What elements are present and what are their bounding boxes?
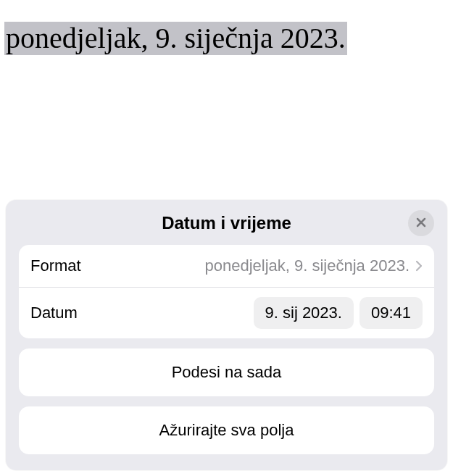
document-area: ponedjeljak, 9. siječnja 2023. xyxy=(0,0,453,77)
chevron-right-icon xyxy=(415,260,423,272)
date-picker-button[interactable]: 9. sij 2023. xyxy=(254,297,354,329)
set-now-button[interactable]: Podesi na sada xyxy=(19,348,434,396)
date-time-panel: Datum i vrijeme Format ponedjeljak, 9. s… xyxy=(6,200,447,470)
update-all-button[interactable]: Ažurirajte sva polja xyxy=(19,406,434,454)
date-label: Datum xyxy=(30,304,78,322)
format-label: Format xyxy=(30,256,81,275)
panel-header: Datum i vrijeme xyxy=(19,213,434,233)
panel-title: Datum i vrijeme xyxy=(162,213,291,233)
format-value: ponedjeljak, 9. siječnja 2023. xyxy=(91,256,410,275)
close-button[interactable] xyxy=(408,210,434,236)
format-row[interactable]: Format ponedjeljak, 9. siječnja 2023. xyxy=(19,245,434,287)
selected-date-text[interactable]: ponedjeljak, 9. siječnja 2023. xyxy=(4,22,347,55)
time-picker-button[interactable]: 09:41 xyxy=(360,297,423,329)
close-icon xyxy=(415,217,427,230)
date-row: Datum 9. sij 2023. 09:41 xyxy=(19,287,434,338)
settings-group: Format ponedjeljak, 9. siječnja 2023. Da… xyxy=(19,245,434,338)
